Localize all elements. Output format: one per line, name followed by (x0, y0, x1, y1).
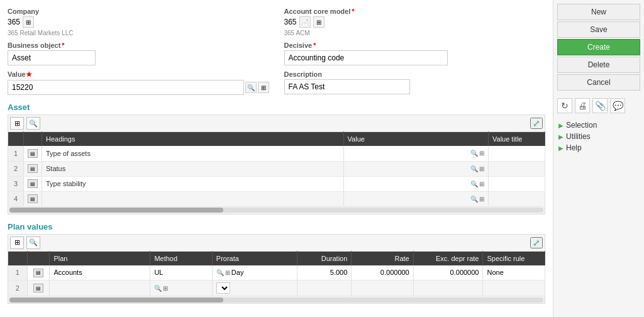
grid-icon[interactable]: ⊞ (479, 196, 484, 203)
row-icon[interactable]: ▤ (33, 284, 43, 292)
table-row: 2 ▤ 🔍 ⊞ (8, 281, 545, 296)
row-icon[interactable]: ▤ (28, 179, 38, 188)
value-cell: 🔍 ⊞ (343, 146, 488, 161)
heading-cell: Type of assets (42, 146, 344, 161)
delete-button[interactable]: Delete (557, 57, 640, 73)
method-cell: 🔍 ⊞ (150, 281, 212, 296)
company-label: Company (8, 8, 269, 15)
plan-values-title: Plan values (8, 222, 545, 231)
table-row: 2 ▤ Status 🔍 ⊞ (8, 161, 545, 176)
create-button[interactable]: Create (557, 39, 640, 55)
plan-col-specific: Specific rule (483, 251, 545, 265)
search-icon[interactable]: 🔍 (470, 196, 478, 203)
method-grid[interactable]: ⊞ (163, 285, 168, 292)
duration-cell: 5.000 (297, 265, 352, 281)
row-icon-cell: ▤ (24, 161, 42, 176)
new-button[interactable]: New (557, 4, 640, 20)
company-sub-label: 365 Retail Markets LLC (8, 30, 269, 36)
help-arrow: ▶ (558, 145, 564, 152)
plan-col-prorata: Prorata (212, 251, 297, 265)
plan-row-icon-cell: ▤ (27, 281, 50, 296)
value-cell: 🔍 ⊞ (343, 191, 488, 206)
value-title-cell (489, 191, 545, 206)
utilities-arrow: ▶ (558, 133, 564, 140)
acm-sub-label: 365 ACM (284, 30, 546, 36)
chat-icon[interactable]: 💬 (610, 98, 625, 113)
row-num: 4 (8, 191, 24, 206)
plan-row-icon-cell: ▤ (27, 265, 50, 281)
utilities-label: Utilities (566, 132, 591, 141)
grid-icon[interactable]: ⊞ (479, 150, 484, 157)
menu-item-selection[interactable]: ▶ Selection (558, 120, 639, 131)
value-grid-icon[interactable]: ⊞ (258, 82, 269, 93)
business-object-input[interactable] (8, 50, 96, 65)
panel-menu: ▶ Selection ▶ Utilities ▶ Help (553, 117, 644, 156)
menu-item-utilities[interactable]: ▶ Utilities (558, 131, 639, 142)
rate-cell (352, 281, 413, 296)
asset-section-title: Asset (8, 103, 545, 112)
search-icon[interactable]: 🔍 (470, 150, 478, 157)
prorata-select[interactable] (216, 282, 230, 294)
prorata-grid[interactable]: ⊞ (225, 269, 230, 276)
plan-col-num (8, 251, 28, 265)
value-label: Value★ (8, 70, 269, 79)
attachment-icon[interactable]: 📎 (592, 98, 608, 113)
search-icon[interactable]: 🔍 (470, 181, 478, 187)
plan-toolbar: ⊞ 🔍 ⤢ (8, 234, 545, 251)
cancel-button[interactable]: Cancel (557, 74, 640, 91)
plan-expand-btn[interactable]: ⤢ (530, 237, 543, 248)
save-button[interactable]: Save (557, 21, 640, 38)
row-icon[interactable]: ▤ (33, 269, 43, 277)
asset-col-headings: Headings (42, 132, 344, 147)
value-title-cell (489, 176, 545, 191)
plan-table: Plan Method Prorata Duration Rate Exc. d… (8, 251, 545, 297)
description-input[interactable] (284, 79, 410, 94)
plan-grid-btn[interactable]: ⊞ (10, 236, 24, 249)
selection-arrow: ▶ (558, 122, 564, 129)
row-icon-cell: ▤ (24, 176, 42, 191)
decisive-input[interactable] (284, 50, 448, 65)
value-cell: 🔍 ⊞ (343, 176, 488, 191)
row-icon-cell: ▤ (24, 191, 42, 206)
excdepr-cell (413, 281, 483, 296)
table-row: 3 ▤ Type stability 🔍 ⊞ (8, 176, 545, 191)
excdepr-cell: 0.000000 (413, 265, 483, 281)
heading-cell (42, 191, 344, 206)
menu-item-help[interactable]: ▶ Help (558, 142, 639, 153)
plan-col-rate: Rate (352, 251, 413, 265)
value-search-icon[interactable]: 🔍 (245, 82, 257, 93)
asset-search-btn[interactable]: 🔍 (26, 117, 40, 130)
grid-icon[interactable]: ⊞ (479, 181, 484, 187)
company-grid-icon[interactable]: ⊞ (23, 16, 34, 28)
refresh-icon[interactable]: ↻ (557, 98, 572, 113)
value-input[interactable] (8, 80, 244, 95)
help-label: Help (566, 143, 582, 152)
asset-toolbar: ⊞ 🔍 ⤢ (8, 114, 545, 131)
row-icon[interactable]: ▤ (28, 164, 38, 173)
table-row: 1 ▤ Accounts UL 🔍 ⊞ Day 5.000 0.000000 0… (8, 265, 545, 281)
row-icon[interactable]: ▤ (28, 194, 38, 203)
business-object-label: Business object* (8, 42, 269, 49)
asset-col-num (8, 132, 24, 147)
description-label: Description (284, 70, 546, 78)
plan-search-btn[interactable]: 🔍 (26, 236, 40, 249)
plan-scrollbar[interactable] (8, 296, 545, 304)
acm-grid-icon[interactable]: ⊞ (313, 16, 325, 28)
selection-label: Selection (566, 121, 597, 130)
row-icon[interactable]: ▤ (28, 149, 38, 158)
asset-expand-btn[interactable]: ⤢ (530, 118, 543, 129)
asset-col-value: Value (343, 132, 488, 147)
grid-icon[interactable]: ⊞ (479, 165, 484, 172)
account-core-model-value: 365 (284, 18, 297, 26)
prorata-cell: 🔍 ⊞ Day (212, 265, 297, 281)
print-icon[interactable]: 🖨 (575, 98, 590, 113)
search-icon[interactable]: 🔍 (470, 165, 478, 172)
plan-col-duration: Duration (297, 251, 352, 265)
method-search[interactable]: 🔍 (154, 285, 162, 292)
asset-scrollbar[interactable] (8, 207, 545, 214)
value-title-cell (489, 146, 545, 161)
company-value: 365 (8, 18, 20, 26)
asset-grid-btn[interactable]: ⊞ (10, 117, 24, 130)
acm-doc-icon[interactable]: 📄 (299, 16, 311, 28)
prorata-search[interactable]: 🔍 (216, 269, 224, 276)
